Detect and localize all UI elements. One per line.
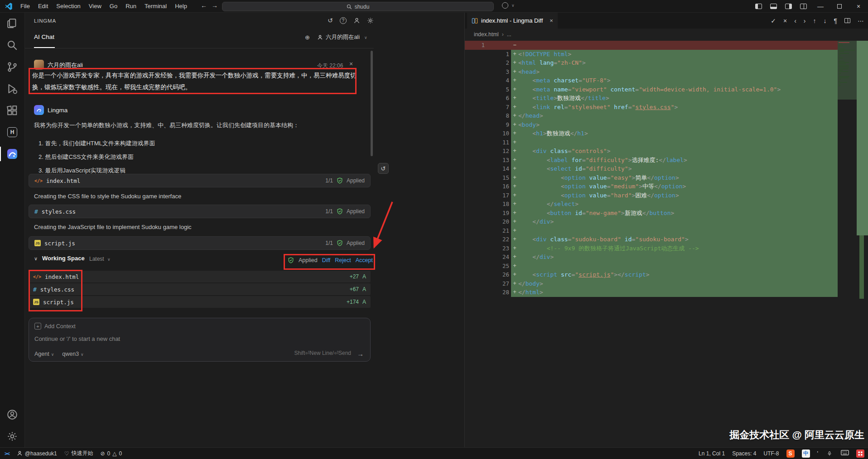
minimap[interactable] [838, 41, 857, 100]
working-space-version[interactable]: Latest ∨ [89, 256, 111, 262]
status-quickstart[interactable]: ♡ 快速开始 [64, 449, 93, 457]
code-line[interactable]: 13+ <label for="difficulty">选择难度:</label… [465, 156, 838, 165]
back-icon[interactable]: ← [199, 2, 208, 9]
code-line[interactable]: 6+ <title>数独游戏</title> [465, 94, 838, 103]
code-line[interactable]: 28+</html> [465, 288, 838, 297]
language-mode-icon[interactable]: 中 [802, 449, 810, 458]
accept-link[interactable]: Accept [356, 257, 373, 263]
feedback-icon[interactable] [353, 17, 360, 24]
code-line[interactable]: 26+ <script src="script.js"></script> [465, 270, 838, 279]
panel-settings-icon[interactable] [367, 17, 374, 24]
extensions-icon[interactable] [0, 100, 24, 121]
code-line[interactable]: 24+ </div> [465, 253, 838, 262]
toggle-panel-icon[interactable] [770, 4, 777, 9]
code-line[interactable]: 20+ </div> [465, 217, 838, 226]
undo-float-button[interactable]: ↺ [378, 163, 389, 174]
code-line[interactable]: 12+ <div class="controls"> [465, 147, 838, 156]
editor-tab[interactable]: index.html - Lingma Diff × [467, 13, 558, 29]
search-box[interactable]: shudu [222, 2, 494, 11]
file-card-styles-css[interactable]: # styles.css 1/1 Applied [29, 205, 371, 218]
sogou-input-icon[interactable]: S [786, 449, 795, 458]
chat-input[interactable] [34, 335, 288, 342]
code-line[interactable]: 14+ <select id="difficulty"> [465, 164, 838, 173]
code-line[interactable]: 21+ [465, 226, 838, 235]
prev-change-icon[interactable]: ‹ [794, 17, 796, 24]
search-sidebar-icon[interactable] [0, 34, 24, 56]
code-line[interactable]: 8+</head> [465, 111, 838, 120]
new-chat-icon[interactable]: ⊕ [305, 34, 310, 41]
breadcrumb-more[interactable]: ... [507, 31, 511, 38]
menu-item-file[interactable]: File [16, 3, 34, 10]
code-line[interactable]: 3+<head> [465, 67, 838, 76]
customize-layout-icon[interactable] [800, 4, 807, 9]
toggle-sidebar-icon[interactable] [755, 4, 762, 9]
file-card-script-js[interactable]: JS script.js 1/1 Applied [29, 236, 371, 250]
keyboard-icon[interactable] [841, 450, 849, 457]
split-editor-icon[interactable] [844, 18, 850, 23]
account-chip[interactable]: 六月的雨在ali ∨ [317, 33, 367, 41]
code-line[interactable]: 16+ <option value="medium">中等</option> [465, 182, 838, 191]
status-account[interactable]: @haaseduk1 [17, 450, 57, 457]
menu-item-help[interactable]: Help [171, 3, 191, 10]
code-line[interactable]: 4+ <meta charset="UTF-8"> [465, 76, 838, 85]
forward-icon[interactable]: → [210, 2, 219, 9]
status-encoding[interactable]: UTF-8 [764, 450, 779, 457]
code-line[interactable]: 5+ <meta name="viewport" content="width=… [465, 85, 838, 94]
lingma-sidebar-icon[interactable] [0, 143, 24, 165]
source-control-icon[interactable] [0, 56, 24, 78]
send-button[interactable]: → [357, 350, 364, 358]
menu-item-edit[interactable]: Edit [34, 3, 52, 10]
close-message-icon[interactable]: × [349, 60, 353, 67]
mic-icon[interactable] [825, 449, 834, 458]
history-icon[interactable]: ↺ [328, 17, 333, 24]
breadcrumb-file[interactable]: index.html [474, 31, 499, 38]
code-line[interactable]: 7+ <link rel="stylesheet" href="styles.c… [465, 103, 838, 112]
remote-icon[interactable]: >< [5, 451, 10, 456]
h-extension-icon[interactable]: H [0, 121, 24, 143]
collapse-chevron-icon[interactable]: ∨ [34, 256, 38, 262]
layout-customize-icon[interactable]: ∨ [502, 2, 515, 9]
code-line[interactable]: 11+ [465, 138, 838, 147]
menu-item-go[interactable]: Go [106, 3, 121, 10]
status-line-col[interactable]: Ln 1, Col 1 [699, 450, 725, 457]
menu-item-run[interactable]: Run [121, 3, 140, 10]
toggle-secondary-sidebar-icon[interactable] [785, 4, 792, 9]
maximize-button[interactable] [830, 0, 849, 13]
account-icon[interactable] [0, 404, 24, 426]
reject-link[interactable]: Reject [335, 257, 351, 263]
accept-all-icon[interactable]: ✓ [771, 17, 776, 24]
code-line[interactable]: 15+ <option value="easy">简单</option> [465, 173, 838, 182]
arrow-up-icon[interactable]: ↑ [813, 17, 816, 24]
workspace-file-row[interactable]: # styles.css +67 A [29, 283, 371, 295]
tab-ai-chat[interactable]: AI Chat [34, 33, 54, 40]
editor-scrollbar[interactable] [857, 41, 868, 235]
whitespace-icon[interactable]: ¶ [834, 17, 837, 24]
workspace-file-row[interactable]: </> index.html +27 A [29, 271, 371, 282]
code-line[interactable]: 23+ <!-- 9x9 的数独格子将通过JavaScript动态生成 --> [465, 244, 838, 253]
status-spaces[interactable]: Spaces: 4 [732, 450, 756, 457]
code-line[interactable]: 22+ <div class="sudoku-board" id="sudoku… [465, 235, 838, 244]
code-line[interactable]: 2+<html lang="zh-CN"> [465, 58, 838, 67]
status-problems[interactable]: ⊘ 0 △ 0 [101, 450, 122, 457]
code-line[interactable]: 10+ <h1>数独游戏</h1> [465, 129, 838, 138]
add-context-button[interactable]: + Add Context [34, 323, 76, 330]
punctuation-icon[interactable]: ' [817, 450, 818, 457]
more-actions-icon[interactable]: ⋯ [858, 17, 864, 24]
code-line[interactable]: 27+</body> [465, 279, 838, 288]
next-change-icon[interactable]: › [804, 17, 806, 24]
ime-toolbox-icon[interactable] [856, 449, 864, 458]
code-line[interactable]: 1− [465, 41, 838, 50]
explorer-icon[interactable] [0, 13, 24, 34]
model-dropdown[interactable]: qwen3∨ [62, 351, 83, 357]
chat-scrollbar[interactable] [371, 51, 373, 156]
arrow-down-icon[interactable]: ↓ [823, 17, 826, 24]
workspace-file-row[interactable]: JS script.js +174 A [29, 296, 371, 308]
code-line[interactable]: 18+ </select> [465, 200, 838, 209]
code-line[interactable]: 9+<body> [465, 120, 838, 129]
menu-item-selection[interactable]: Selection [52, 3, 84, 10]
settings-gear-icon[interactable] [0, 426, 24, 447]
diff-link[interactable]: Diff [322, 257, 331, 263]
menu-item-view[interactable]: View [85, 3, 106, 10]
tab-close-icon[interactable]: × [550, 17, 553, 24]
code-line[interactable]: 17+ <option value="hard">困难</option> [465, 191, 838, 200]
